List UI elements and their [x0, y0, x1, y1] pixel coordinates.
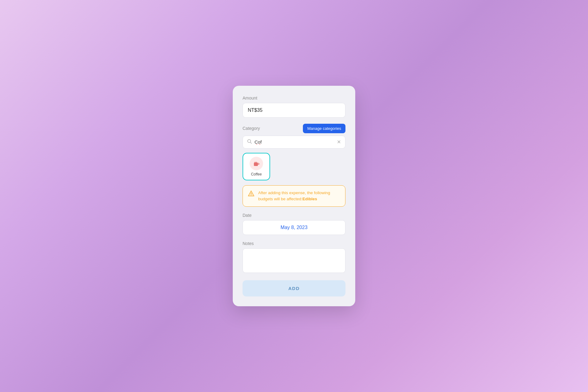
warning-budget: Edibles [303, 197, 317, 201]
warning-text: After adding this expense, the following… [258, 190, 340, 202]
search-icon [247, 139, 252, 145]
svg-rect-2 [254, 163, 258, 166]
search-clear-button[interactable]: ✕ [337, 139, 341, 145]
date-label: Date [243, 213, 345, 218]
amount-input[interactable] [243, 103, 345, 118]
warning-box: ! After adding this expense, the followi… [243, 185, 345, 207]
warning-icon: ! [248, 190, 254, 198]
coffee-icon-circle [250, 157, 263, 170]
date-input[interactable] [243, 220, 345, 235]
manage-categories-button[interactable]: Manage categories [303, 124, 345, 133]
category-search-input[interactable] [254, 139, 334, 145]
category-item-coffee[interactable]: Coffee [243, 153, 270, 180]
categories-grid: Coffee [243, 153, 345, 180]
svg-text:!: ! [251, 192, 252, 196]
coffee-icon [253, 160, 260, 167]
add-button[interactable]: ADD [243, 280, 345, 296]
amount-label: Amount [243, 96, 345, 100]
notes-label: Notes [243, 241, 345, 246]
svg-line-1 [251, 142, 252, 143]
category-label: Category [243, 126, 260, 131]
expense-form: Amount Category Manage categories ✕ [233, 86, 355, 307]
notes-textarea[interactable] [243, 248, 345, 273]
category-search-box: ✕ [243, 136, 345, 149]
coffee-category-label: Coffee [251, 172, 262, 176]
